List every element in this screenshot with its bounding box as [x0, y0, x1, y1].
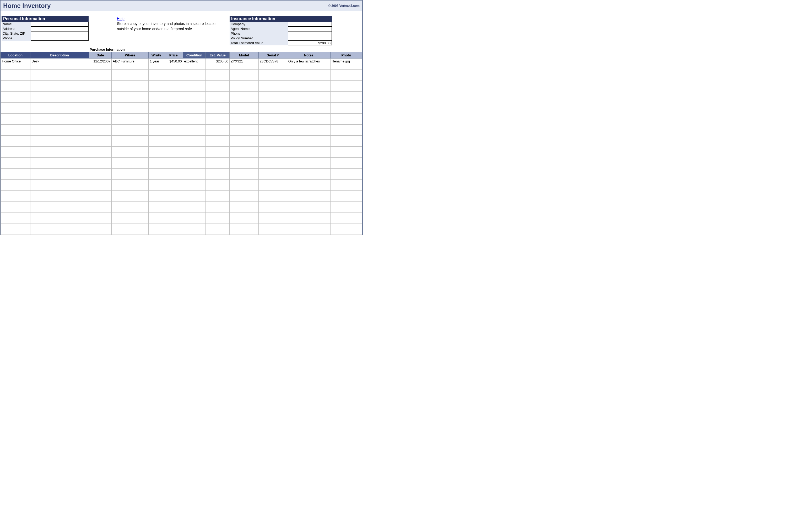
cell-est_value[interactable]: [206, 75, 230, 81]
cell-notes[interactable]: [287, 202, 330, 207]
cell-condition[interactable]: [183, 136, 206, 141]
cell-location[interactable]: [1, 141, 30, 146]
cell-date[interactable]: [89, 108, 112, 114]
table-row[interactable]: [1, 229, 362, 235]
cell-date[interactable]: [89, 114, 112, 119]
cell-location[interactable]: [1, 130, 30, 136]
cell-location[interactable]: [1, 196, 30, 202]
cell-wrnty[interactable]: [149, 108, 164, 114]
cell-description[interactable]: [30, 119, 89, 125]
cell-location[interactable]: [1, 163, 30, 169]
col-location[interactable]: Location: [1, 52, 30, 58]
cell-model[interactable]: [229, 191, 258, 196]
cell-where[interactable]: [112, 191, 149, 196]
table-row[interactable]: [1, 86, 362, 92]
cell-serial[interactable]: [258, 152, 287, 158]
cell-model[interactable]: [229, 180, 258, 185]
cell-notes[interactable]: [287, 119, 330, 125]
cell-location[interactable]: [1, 114, 30, 119]
table-row[interactable]: [1, 213, 362, 218]
cell-location[interactable]: [1, 136, 30, 141]
cell-est_value[interactable]: [206, 114, 230, 119]
cell-photo[interactable]: filename.jpg: [330, 58, 362, 64]
cell-condition[interactable]: [183, 169, 206, 174]
cell-description[interactable]: [30, 224, 89, 229]
cell-price[interactable]: [164, 102, 183, 108]
cell-notes[interactable]: [287, 224, 330, 229]
cell-est_value[interactable]: [206, 86, 230, 92]
cell-serial[interactable]: [258, 213, 287, 218]
cell-price[interactable]: [164, 146, 183, 152]
cell-date[interactable]: [89, 92, 112, 97]
cell-wrnty[interactable]: [149, 70, 164, 75]
cell-serial[interactable]: [258, 185, 287, 191]
address-input[interactable]: [31, 27, 89, 31]
cell-where[interactable]: [112, 92, 149, 97]
table-row[interactable]: [1, 191, 362, 196]
cell-serial[interactable]: [258, 224, 287, 229]
cell-where[interactable]: [112, 224, 149, 229]
name-input[interactable]: [31, 22, 89, 27]
cell-notes[interactable]: [287, 152, 330, 158]
cell-est_value[interactable]: [206, 158, 230, 163]
cell-notes[interactable]: [287, 169, 330, 174]
cell-model[interactable]: ZYX321: [229, 58, 258, 64]
cell-where[interactable]: [112, 136, 149, 141]
col-photo[interactable]: Photo: [330, 52, 362, 58]
cell-condition[interactable]: [183, 64, 206, 70]
cell-model[interactable]: [229, 114, 258, 119]
cell-est_value[interactable]: [206, 224, 230, 229]
cell-description[interactable]: [30, 213, 89, 218]
cell-price[interactable]: [164, 218, 183, 224]
policy-input[interactable]: [288, 36, 332, 41]
table-row[interactable]: [1, 146, 362, 152]
cell-price[interactable]: [164, 64, 183, 70]
cell-est_value[interactable]: [206, 136, 230, 141]
table-row[interactable]: [1, 114, 362, 119]
cell-photo[interactable]: [330, 64, 362, 70]
cell-location[interactable]: [1, 86, 30, 92]
cell-serial[interactable]: [258, 141, 287, 146]
cell-condition[interactable]: excellent: [183, 58, 206, 64]
cell-serial[interactable]: [258, 108, 287, 114]
cell-est_value[interactable]: [206, 169, 230, 174]
cell-model[interactable]: [229, 169, 258, 174]
cell-date[interactable]: [89, 191, 112, 196]
cell-where[interactable]: [112, 202, 149, 207]
cell-description[interactable]: [30, 218, 89, 224]
cell-photo[interactable]: [330, 207, 362, 213]
cell-est_value[interactable]: [206, 218, 230, 224]
cell-location[interactable]: [1, 81, 30, 86]
cell-description[interactable]: [30, 92, 89, 97]
cell-est_value[interactable]: [206, 185, 230, 191]
cell-where[interactable]: [112, 163, 149, 169]
cell-price[interactable]: [164, 97, 183, 102]
cell-condition[interactable]: [183, 141, 206, 146]
cell-location[interactable]: [1, 97, 30, 102]
cell-notes[interactable]: [287, 158, 330, 163]
cell-location[interactable]: [1, 207, 30, 213]
cell-photo[interactable]: [330, 75, 362, 81]
cell-serial[interactable]: [258, 97, 287, 102]
cell-serial[interactable]: [258, 163, 287, 169]
cell-price[interactable]: [164, 136, 183, 141]
cell-model[interactable]: [229, 92, 258, 97]
cell-price[interactable]: [164, 191, 183, 196]
cell-price[interactable]: [164, 196, 183, 202]
cell-wrnty[interactable]: [149, 114, 164, 119]
cell-est_value[interactable]: [206, 97, 230, 102]
cell-model[interactable]: [229, 70, 258, 75]
cell-photo[interactable]: [330, 92, 362, 97]
cell-price[interactable]: [164, 163, 183, 169]
cell-photo[interactable]: [330, 119, 362, 125]
cell-serial[interactable]: [258, 202, 287, 207]
cell-description[interactable]: [30, 185, 89, 191]
cell-description[interactable]: [30, 130, 89, 136]
col-date[interactable]: Date: [89, 52, 112, 58]
table-row[interactable]: [1, 185, 362, 191]
cell-date[interactable]: [89, 119, 112, 125]
cell-location[interactable]: [1, 213, 30, 218]
cell-photo[interactable]: [330, 97, 362, 102]
cell-price[interactable]: [164, 108, 183, 114]
cell-condition[interactable]: [183, 202, 206, 207]
